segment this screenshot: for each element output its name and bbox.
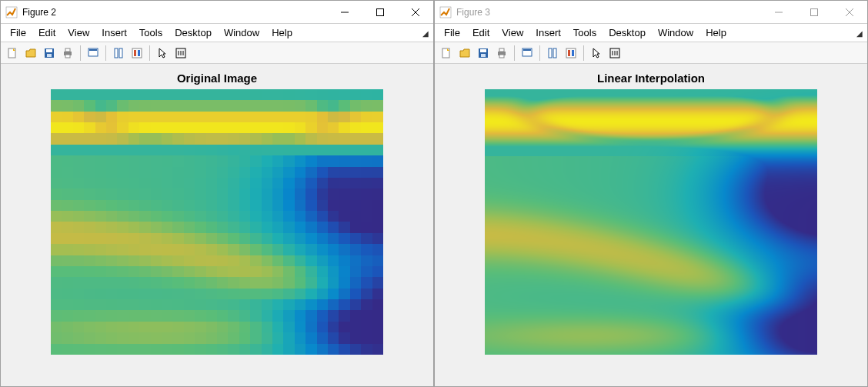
print-icon[interactable] xyxy=(59,45,76,62)
data-cursor-icon[interactable] xyxy=(85,45,102,62)
matlab-app-icon xyxy=(439,6,452,18)
menu-help[interactable]: Help xyxy=(699,25,733,41)
plot-title: Linear Interpolation xyxy=(597,72,705,85)
minimize-button[interactable] xyxy=(761,1,796,23)
svg-rect-40 xyxy=(568,50,570,56)
close-button[interactable] xyxy=(398,1,433,23)
save-icon[interactable] xyxy=(41,45,58,62)
heatmap-image xyxy=(51,89,383,355)
menu-window[interactable]: Window xyxy=(218,25,265,41)
svg-rect-39 xyxy=(566,48,576,58)
toolbar-separator xyxy=(539,45,540,61)
menu-overflow-icon[interactable]: ◢ xyxy=(856,29,863,38)
svg-rect-38 xyxy=(553,48,556,58)
svg-rect-16 xyxy=(132,48,142,58)
link-axes-icon[interactable] xyxy=(544,45,561,62)
new-file-icon[interactable] xyxy=(438,45,455,62)
menu-view[interactable]: View xyxy=(496,25,529,41)
data-cursor-icon[interactable] xyxy=(519,45,536,62)
menu-file[interactable]: File xyxy=(438,25,466,41)
menu-file[interactable]: File xyxy=(4,25,32,41)
print-icon[interactable] xyxy=(493,45,510,62)
svg-rect-37 xyxy=(549,48,552,58)
menu-desktop[interactable]: Desktop xyxy=(169,25,218,41)
pointer-icon[interactable] xyxy=(588,45,605,62)
svg-rect-31 xyxy=(481,54,486,57)
menu-tools[interactable]: Tools xyxy=(567,25,603,41)
menu-insert[interactable]: Insert xyxy=(95,25,133,41)
svg-rect-25 xyxy=(811,8,818,15)
window-title: Figure 3 xyxy=(456,7,761,18)
axes-area[interactable]: Original Image xyxy=(1,64,433,386)
open-folder-icon[interactable] xyxy=(22,45,39,62)
title-bar[interactable]: Figure 2 xyxy=(1,1,433,24)
window-title: Figure 2 xyxy=(22,7,327,18)
svg-rect-13 xyxy=(89,49,97,51)
svg-rect-10 xyxy=(65,48,70,52)
plot-title: Original Image xyxy=(177,72,257,85)
insert-colorbar-icon[interactable] xyxy=(129,45,145,62)
save-icon[interactable] xyxy=(475,45,492,62)
toolbar-separator xyxy=(105,45,106,61)
edit-plot-icon[interactable] xyxy=(606,45,623,62)
new-file-icon[interactable] xyxy=(4,45,21,62)
toolbar xyxy=(1,42,433,64)
maximize-button[interactable] xyxy=(362,1,398,23)
menu-window[interactable]: Window xyxy=(652,25,699,41)
axes-area[interactable]: Linear Interpolation xyxy=(435,64,867,386)
menu-bar: File Edit View Insert Tools Desktop Wind… xyxy=(435,24,867,42)
menu-overflow-icon[interactable]: ◢ xyxy=(422,29,429,38)
toolbar-separator xyxy=(583,45,584,61)
svg-rect-14 xyxy=(115,48,118,58)
svg-rect-11 xyxy=(65,55,70,58)
edit-plot-icon[interactable] xyxy=(172,45,189,62)
pointer-icon[interactable] xyxy=(154,45,171,62)
svg-rect-36 xyxy=(523,49,531,51)
link-axes-icon[interactable] xyxy=(110,45,127,62)
svg-rect-8 xyxy=(47,54,52,57)
toolbar-separator xyxy=(149,45,150,61)
svg-rect-15 xyxy=(119,48,122,58)
svg-rect-17 xyxy=(134,50,136,56)
svg-rect-7 xyxy=(46,49,52,52)
svg-rect-34 xyxy=(499,55,504,58)
menu-edit[interactable]: Edit xyxy=(466,25,496,41)
svg-rect-18 xyxy=(138,50,140,56)
menu-desktop[interactable]: Desktop xyxy=(603,25,652,41)
menu-help[interactable]: Help xyxy=(265,25,299,41)
menu-bar: File Edit View Insert Tools Desktop Wind… xyxy=(1,24,433,42)
toolbar-separator xyxy=(80,45,81,61)
menu-edit[interactable]: Edit xyxy=(32,25,62,41)
svg-rect-2 xyxy=(377,8,384,15)
toolbar xyxy=(435,42,867,64)
minimize-button[interactable] xyxy=(327,1,362,23)
menu-tools[interactable]: Tools xyxy=(133,25,169,41)
svg-rect-33 xyxy=(499,48,504,52)
title-bar[interactable]: Figure 3 xyxy=(435,1,867,24)
insert-colorbar-icon[interactable] xyxy=(563,45,579,62)
matlab-app-icon xyxy=(5,6,18,18)
close-button[interactable] xyxy=(832,1,867,23)
svg-rect-41 xyxy=(572,50,574,56)
maximize-button[interactable] xyxy=(796,1,832,23)
open-folder-icon[interactable] xyxy=(456,45,473,62)
heatmap-image xyxy=(485,89,817,355)
menu-insert[interactable]: Insert xyxy=(529,25,567,41)
svg-rect-30 xyxy=(480,49,486,52)
menu-view[interactable]: View xyxy=(62,25,95,41)
toolbar-separator xyxy=(514,45,515,61)
